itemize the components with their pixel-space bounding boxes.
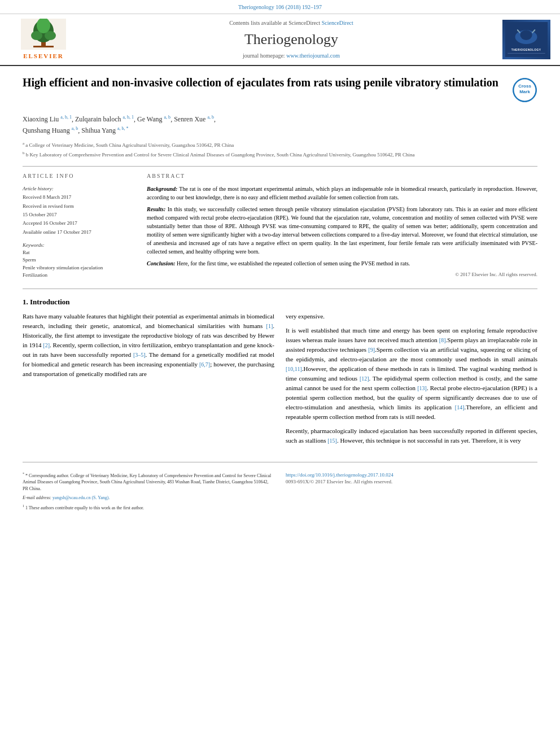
keyword-pvse: Penile vibratory stimulation ejaculation: [23, 264, 135, 272]
conclusion-label: Conclusion:: [147, 260, 176, 267]
footnote-email-link[interactable]: yangsh@scau.edu.cn (S. Yang).: [53, 495, 110, 500]
journal-header-left: ELSEVIER: [7, 19, 80, 60]
copyright-line: © 2017 Elsevier Inc. All rights reserved…: [147, 271, 537, 279]
page-footer: * * Corresponding author. College of Vet…: [23, 462, 537, 518]
intro-text-right: very expensive. It is well established t…: [286, 312, 537, 446]
article-title-section: High efficient and non-invasive collecti…: [23, 75, 537, 107]
footnote-1: 1 1 These authors contribute equally to …: [23, 504, 274, 512]
history-revised-date: 15 October 2017: [23, 211, 135, 219]
introduction-section: 1. Introduction Rats have many valuable …: [23, 297, 537, 451]
svg-point-9: [520, 30, 532, 40]
article-history: Article history: Received 8 March 2017 R…: [23, 185, 135, 236]
doi-link[interactable]: https://doi.org/10.1016/j.theriogenology…: [286, 472, 393, 478]
journal-title: Theriogenology: [86, 29, 497, 50]
svg-text:THERIOGENOLOGY: THERIOGENOLOGY: [511, 49, 541, 52]
theriogenology-badge: THERIOGENOLOGY: [502, 20, 550, 59]
separator-1: [23, 166, 537, 167]
intro-col-left: Rats have many valuable features that hi…: [23, 312, 274, 451]
svg-rect-11: [508, 53, 545, 54]
intro-col-right: very expensive. It is well established t…: [286, 312, 537, 451]
doi-line: https://doi.org/10.1016/j.theriogenology…: [286, 471, 537, 479]
history-received: Received 8 March 2017: [23, 193, 135, 201]
article-title: High efficient and non-invasive collecti…: [23, 75, 505, 90]
elsevier-logo-image: [21, 19, 66, 50]
keyword-sperm: Sperm: [23, 256, 135, 264]
article-info-header: ARTICLE INFO: [23, 172, 135, 180]
footer-col-left: * * Corresponding author. College of Vet…: [23, 471, 274, 514]
svg-text:Mark: Mark: [519, 89, 530, 94]
abstract-results: Results: In this study, we successfully …: [147, 205, 537, 256]
footer-col-right: https://doi.org/10.1016/j.theriogenology…: [286, 471, 537, 514]
affiliations: a a College of Veterinary Medicine, Sout…: [23, 141, 537, 159]
abstract-header: ABSTRACT: [147, 172, 537, 180]
crossmark-badge: Cross Mark: [512, 77, 537, 103]
affiliation-b: b b Key Laboratory of Comprehensive Prev…: [23, 150, 537, 159]
history-available: Available online 17 October 2017: [23, 228, 135, 236]
elsevier-logo: ELSEVIER: [7, 19, 80, 60]
intro-text-left: Rats have many valuable features that hi…: [23, 312, 274, 379]
article-info-col: ARTICLE INFO Article history: Received 8…: [23, 172, 135, 279]
conclusion-text: Here, for the first time, we established…: [177, 260, 410, 267]
elsevier-text-label: ELSEVIER: [23, 52, 64, 60]
page: Theriogenology 106 (2018) 192–197: [0, 0, 560, 747]
keywords-section: Keywords: Rat Sperm Penile vibratory sti…: [23, 242, 135, 279]
sciencedirect-line: Contents lists available at ScienceDirec…: [86, 19, 497, 27]
journal-citation: Theriogenology 106 (2018) 192–197: [238, 4, 322, 10]
two-col-info-abstract: ARTICLE INFO Article history: Received 8…: [23, 172, 537, 279]
history-revised-label: Received in revised form: [23, 202, 135, 210]
journal-header-center: Contents lists available at ScienceDirec…: [80, 19, 502, 60]
svg-rect-6: [33, 46, 54, 47]
keyword-rat: Rat: [23, 249, 135, 257]
abstract-text: Background: The rat is one of the most i…: [147, 185, 537, 279]
sciencedirect-link[interactable]: ScienceDirect: [322, 20, 353, 26]
footnote-star: * * Corresponding author. College of Vet…: [23, 471, 274, 493]
keyword-fertilization: Fertilization: [23, 272, 135, 279]
affiliation-a: a a College of Veterinary Medicine, Sout…: [23, 141, 537, 150]
history-label: Article history:: [23, 185, 135, 193]
abstract-conclusion: Conclusion: Here, for the first time, we…: [147, 259, 537, 268]
background-text: The rat is one of the most important exp…: [147, 186, 537, 200]
keywords-label: Keywords:: [23, 242, 135, 249]
journal-header-right: THERIOGENOLOGY: [502, 20, 553, 59]
journal-homepage-line: journal homepage: www.theriojournal.com: [86, 52, 497, 60]
journal-homepage-link[interactable]: www.theriojournal.com: [286, 53, 340, 59]
svg-text:Cross: Cross: [518, 84, 531, 89]
intro-two-col: Rats have many valuable features that hi…: [23, 312, 537, 451]
abstract-col: ABSTRACT Background: The rat is one of t…: [147, 172, 537, 279]
footer-two-col: * * Corresponding author. College of Vet…: [23, 471, 537, 514]
authors: Xiaoxing Liu a, b, 1, Zulqarain baloch a…: [23, 114, 537, 136]
issn-line: 0093-691X/© 2017 Elsevier Inc. All right…: [286, 478, 537, 486]
abstract-background: Background: The rat is one of the most i…: [147, 185, 537, 202]
results-label: Results:: [147, 206, 165, 212]
results-text: In this study, we successfully collected…: [147, 206, 537, 255]
main-content: High efficient and non-invasive collecti…: [0, 66, 560, 527]
journal-header: ELSEVIER Contents lists available at Sci…: [0, 14, 560, 66]
separator-2: [23, 289, 537, 289]
history-accepted: Accepted 16 October 2017: [23, 219, 135, 227]
background-label: Background:: [147, 186, 177, 192]
journal-top-bar: Theriogenology 106 (2018) 192–197: [0, 0, 560, 14]
introduction-title: 1. Introduction: [23, 297, 537, 307]
footnote-email: E-mail address: yangsh@scau.edu.cn (S. Y…: [23, 495, 274, 501]
